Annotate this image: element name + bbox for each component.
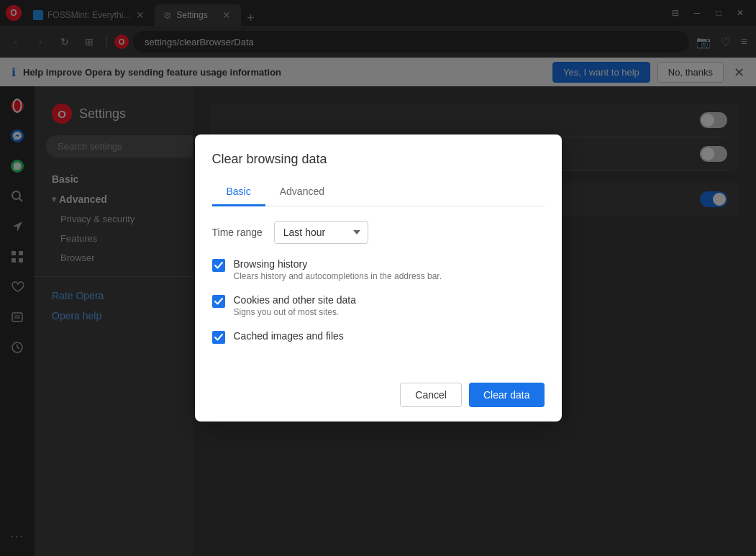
cancel-button[interactable]: Cancel: [400, 383, 462, 407]
modal-overlay: Clear browsing data Basic Advanced Time …: [0, 0, 756, 556]
cookies-text: Cookies and other site data Signs you ou…: [234, 294, 545, 317]
time-range-row: Time range Last hour Last 24 hours Last …: [212, 221, 545, 244]
time-range-select[interactable]: Last hour Last 24 hours Last 7 days Last…: [274, 221, 368, 244]
modal-tab-basic[interactable]: Basic: [212, 178, 265, 206]
cookies-label: Cookies and other site data: [234, 294, 545, 306]
cached-text: Cached images and files: [234, 330, 545, 343]
cached-item: Cached images and files: [212, 330, 545, 344]
cached-label: Cached images and files: [234, 330, 545, 342]
check-icon-1: [214, 262, 223, 269]
modal-title: Clear browsing data: [212, 152, 545, 167]
clear-data-button[interactable]: Clear data: [469, 383, 545, 407]
modal-body: Time range Last hour Last 24 hours Last …: [195, 206, 562, 371]
cached-checkbox[interactable]: [212, 331, 225, 344]
browsing-history-item: Browsing history Clears history and auto…: [212, 258, 545, 281]
modal-header: Clear browsing data: [195, 135, 562, 167]
modal-footer: Cancel Clear data: [195, 371, 562, 421]
time-range-label: Time range: [212, 227, 263, 238]
browsing-history-desc: Clears history and autocompletions in th…: [234, 271, 545, 281]
cookies-desc: Signs you out of most sites.: [234, 307, 545, 317]
check-icon-3: [214, 334, 223, 341]
modal-tabs: Basic Advanced: [212, 178, 545, 206]
cookies-item: Cookies and other site data Signs you ou…: [212, 294, 545, 317]
browsing-history-text: Browsing history Clears history and auto…: [234, 258, 545, 281]
cookies-checkbox[interactable]: [212, 295, 225, 308]
clear-browsing-data-modal: Clear browsing data Basic Advanced Time …: [195, 135, 562, 421]
check-icon-2: [214, 298, 223, 305]
browsing-history-label: Browsing history: [234, 258, 545, 270]
modal-tab-advanced[interactable]: Advanced: [265, 178, 339, 206]
browsing-history-checkbox[interactable]: [212, 259, 225, 272]
